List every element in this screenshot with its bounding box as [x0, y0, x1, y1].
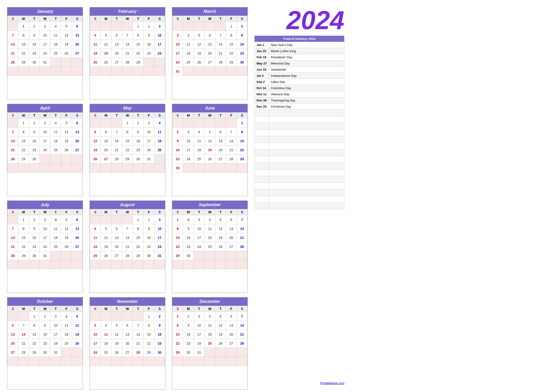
cal-day	[173, 22, 183, 31]
cal-day: 29	[29, 348, 40, 357]
holiday-name: Martin Luther King	[269, 48, 344, 54]
cal-day: 24	[194, 339, 204, 348]
cal-day: 24	[40, 146, 50, 154]
cal-day: 22	[18, 242, 29, 251]
cal-day: 22	[133, 49, 144, 58]
day-header-T: T	[50, 112, 61, 119]
cal-day: 30	[183, 251, 194, 260]
cal-day	[18, 312, 29, 321]
day-header-S: S	[7, 16, 18, 22]
cal-day: 9	[133, 127, 144, 137]
cal-day: 29	[18, 58, 29, 67]
cal-day: 26	[72, 339, 83, 348]
cal-day: 12	[204, 137, 215, 146]
cal-day	[154, 357, 165, 366]
cal-day: 3	[40, 215, 50, 224]
cal-day: 12	[101, 233, 111, 242]
cal-day: 20	[7, 339, 18, 348]
cal-day: 9	[173, 137, 183, 146]
cal-day: 8	[237, 127, 247, 137]
cal-day: 27	[226, 242, 237, 251]
month-header-january: January	[7, 7, 83, 16]
cal-day: 23	[144, 242, 154, 251]
cal-day: 6	[215, 127, 226, 137]
cal-day	[237, 357, 247, 366]
cal-day	[101, 163, 111, 173]
cal-day	[61, 357, 72, 366]
cal-day: 14	[18, 330, 29, 339]
cal-day	[50, 58, 61, 67]
cal-day: 13	[7, 330, 18, 339]
cal-day: 2	[183, 312, 194, 321]
cal-day	[154, 154, 165, 163]
day-header-T: T	[50, 209, 61, 215]
holiday-date: Oct 14	[255, 85, 269, 91]
day-header-S: S	[90, 306, 101, 312]
cal-day: 3	[50, 312, 61, 321]
cal-day: 13	[215, 137, 226, 146]
cal-day	[133, 260, 144, 269]
cal-day: 10	[154, 31, 165, 40]
cal-day: 31	[154, 251, 165, 260]
cal-day: 28	[215, 58, 226, 67]
printabletree-link[interactable]: Printabletree.com	[254, 379, 344, 385]
cal-day: 17	[194, 330, 204, 339]
cal-day	[237, 67, 247, 76]
holiday-date: Nov 28	[255, 98, 269, 104]
day-header-S: S	[90, 112, 101, 119]
cal-day: 28	[237, 242, 247, 251]
cal-day: 15	[18, 137, 29, 146]
day-header-M: M	[183, 112, 194, 119]
cal-day: 29	[173, 348, 183, 357]
holiday-date: May 27	[255, 60, 269, 67]
cal-day	[194, 67, 204, 76]
cal-day: 26	[101, 251, 111, 260]
cal-day: 31	[50, 348, 61, 357]
day-header-M: M	[18, 112, 29, 119]
cal-day: 20	[101, 146, 111, 154]
cal-day: 3	[183, 127, 194, 137]
cal-table-december: SMTWTFS123456789101112131415161718192021…	[172, 306, 248, 366]
cal-day: 25	[61, 339, 72, 348]
cal-day: 23	[173, 154, 183, 163]
cal-day: 2	[40, 312, 50, 321]
cal-table-april: SMTWTFS123456789101112131415161718192021…	[7, 112, 83, 173]
month-may: MaySMTWTFS123456789101112131415161718192…	[90, 104, 165, 196]
day-header-T: T	[50, 306, 61, 312]
day-header-W: W	[40, 306, 50, 312]
cal-day: 8	[29, 321, 40, 330]
cal-day: 3	[90, 321, 101, 330]
cal-day: 6	[111, 31, 122, 40]
holiday-date: Jan 1	[255, 42, 269, 48]
day-header-S: S	[154, 16, 165, 22]
cal-day: 4	[101, 321, 111, 330]
cal-day: 1	[173, 312, 183, 321]
day-header-F: F	[61, 112, 72, 119]
cal-day: 28	[226, 154, 237, 163]
cal-day	[226, 251, 237, 260]
cal-day: 23	[183, 242, 194, 251]
cal-day: 23	[183, 339, 194, 348]
cal-day	[18, 163, 29, 173]
cal-day: 24	[194, 242, 204, 251]
cal-day	[204, 163, 215, 173]
cal-day: 19	[215, 330, 226, 339]
cal-day: 9	[183, 224, 194, 233]
cal-day: 18	[90, 242, 101, 251]
cal-day: 15	[29, 330, 40, 339]
cal-day: 19	[72, 330, 83, 339]
day-header-T: T	[194, 306, 204, 312]
holiday-row: Jan 15Martin Luther King	[255, 48, 344, 54]
cal-day	[226, 260, 237, 269]
cal-day: 22	[226, 49, 237, 58]
cal-day: 9	[144, 224, 154, 233]
holiday-row: Nov 11Veterans Day	[255, 91, 344, 98]
cal-day: 26	[90, 154, 101, 163]
cal-day	[194, 251, 204, 260]
cal-day: 25	[90, 58, 101, 67]
day-header-S: S	[173, 112, 183, 119]
cal-day: 26	[111, 348, 122, 357]
day-header-T: T	[215, 112, 226, 119]
cal-day: 28	[111, 154, 122, 163]
cal-day: 8	[133, 31, 144, 40]
